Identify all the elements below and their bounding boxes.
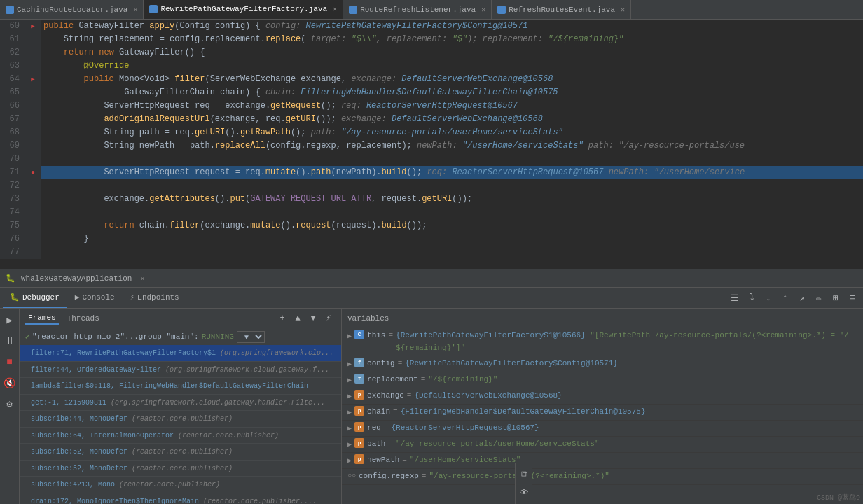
code-line-68: String path = req.getURI().getRawPath();… <box>41 126 863 139</box>
var-item-exchange[interactable]: ▶ p exchange = {DefaultServerWebExchange… <box>342 388 863 405</box>
var-val-exchange: {DefaultServerWebExchange@10568} <box>414 390 857 402</box>
code-line-75: return chain.filter(exchange.mutate().re… <box>41 219 863 232</box>
console-label: Console <box>82 293 114 302</box>
tab-close-refresh[interactable]: ✕ <box>621 6 625 14</box>
frame-item-1[interactable]: filter:44, OrderedGatewayFilter (org.spr… <box>20 362 341 379</box>
code-content: public GatewayFilter apply(Config config… <box>41 20 863 269</box>
frames-down-btn[interactable]: ▼ <box>306 312 320 326</box>
var-eq-newpath: = <box>402 454 407 467</box>
pause-btn[interactable]: ⏸ <box>1 332 18 349</box>
code-line-77 <box>41 246 863 259</box>
frames-tab[interactable]: Frames <box>25 312 59 325</box>
toolbar-btn-frames-table[interactable]: ⊞ <box>828 290 843 306</box>
frames-filter-btn[interactable]: ⚡ <box>322 312 336 326</box>
frame-class-5: (reactor.core.publisher) <box>178 432 279 440</box>
frame-item-8[interactable]: subscribe:4213, Mono (reactor.core.publi… <box>20 477 341 493</box>
tab-console[interactable]: ▶ Console <box>68 288 122 308</box>
tab-debugger[interactable]: 🐛 Debugger <box>3 288 67 308</box>
code-line-74 <box>41 206 863 219</box>
mute-btn[interactable]: 🔇 <box>1 374 18 391</box>
var-icon-p-newpath: p <box>354 454 364 464</box>
tab-refresh[interactable]: RefreshRoutesEvent.java ✕ <box>492 0 631 19</box>
tab-rewrite[interactable]: RewritePathGatewayFilterFactory.java ✕ <box>144 0 343 19</box>
var-eq-config: = <box>398 358 403 370</box>
var-item-replacement[interactable]: ▶ f replacement = "/${remaining}" <box>342 372 863 388</box>
threads-tab[interactable]: Threads <box>64 313 102 324</box>
tab-caching[interactable]: CachingRouteLocator.java ✕ <box>0 0 144 19</box>
debugger-label: Debugger <box>22 293 60 302</box>
frame-item-7[interactable]: subscribe:52, MonoDefer (reactor.core.pu… <box>20 461 341 477</box>
var-icon-p-req: p <box>354 422 364 432</box>
var-item-this[interactable]: ▶ C this = {RewritePathGatewayFilterFact… <box>342 328 863 356</box>
expand-arrow-path[interactable]: ▶ <box>347 440 352 451</box>
expand-arrow-exchange[interactable]: ▶ <box>347 391 352 402</box>
watermark: CSDN @蓝鸟9 <box>817 493 860 503</box>
var-name-req: req <box>367 422 381 435</box>
var-item-path[interactable]: ▶ p path = "/ay-resource-portals/userHom… <box>342 437 863 453</box>
java-icon <box>6 6 14 14</box>
toolbar-btn-eval[interactable]: ✏ <box>811 290 827 306</box>
frame-item-5[interactable]: subscribe:64, InternalMonoOperator (reac… <box>20 428 341 444</box>
frames-header: Frames Threads + ▲ ▼ ⚡ <box>20 309 341 328</box>
debug-bar: 🐛 WhalexGatewayApplication ✕ <box>0 269 863 287</box>
debug-close-btn[interactable]: ✕ <box>140 274 144 283</box>
session-row: ✔ "reactor-http-nio-2"...group "main": R… <box>20 328 341 345</box>
var-item-config-regexp[interactable]: ○○ config.regexp = "/ay-resource-portals… <box>342 469 863 485</box>
frame-item-9[interactable]: drain:172, MonoIgnoreThen$ThenIgnoreMain… <box>20 493 341 505</box>
expand-arrow-config[interactable]: ▶ <box>347 359 352 370</box>
frame-class-1: (org.springframework.cloud.gateway.f... <box>165 366 329 374</box>
stop-btn[interactable]: ■ <box>1 354 18 370</box>
var-item-config[interactable]: ▶ f config = {RewritePathGatewayFilterFa… <box>342 356 863 372</box>
expand-arrow-req[interactable]: ▶ <box>347 424 352 435</box>
var-item-chain[interactable]: ▶ p chain = {FilteringWebHandler$Default… <box>342 405 863 421</box>
frames-up-btn[interactable]: ▲ <box>291 312 305 326</box>
var-name-path: path <box>367 438 385 451</box>
tab-close-route[interactable]: ✕ <box>481 6 485 14</box>
expand-arrow-chain[interactable]: ▶ <box>347 407 352 419</box>
line-gutter-area: 60 61 62 63 64 65 66 67 68 69 70 71 72 7… <box>0 20 41 269</box>
var-icon-p-path: p <box>354 438 364 448</box>
line-numbers: 60 61 62 63 64 65 66 67 68 69 70 71 72 7… <box>0 20 25 259</box>
expand-arrow-this[interactable]: ▶ <box>347 331 352 342</box>
frame-item-0[interactable]: filter:71, RewritePathGatewayFilterFacto… <box>20 345 341 362</box>
variables-title: Variables <box>347 314 389 323</box>
toolbar-btn-step-out[interactable]: ↑ <box>778 290 793 306</box>
toolbar-btn-step-over[interactable]: ⤵ <box>744 290 759 306</box>
resume-btn[interactable]: ▶ <box>1 312 18 328</box>
var-eq-exchange: = <box>407 390 412 402</box>
frame-item-2[interactable]: lambda$filter$0:118, FilteringWebHandler… <box>20 378 341 395</box>
frame-loc-7: subscribe:52, MonoDefer <box>31 465 132 472</box>
frames-controls: + ▲ ▼ ⚡ <box>275 312 336 326</box>
var-item-newpath[interactable]: ▶ p newPath = "/userHome/serviceStats" <box>342 453 863 469</box>
variables-panel: Variables ▶ C this = {RewritePathGateway… <box>342 309 863 504</box>
expand-arrow-replacement[interactable]: ▶ <box>347 375 352 386</box>
left-toolbar: ▶ ⏸ ■ 🔇 ⚙ <box>0 309 20 504</box>
toolbar-btn-settings[interactable]: ≡ <box>845 290 860 306</box>
var-val-replacement: "/${remaining}" <box>428 374 857 386</box>
var-name-newpath: newPath <box>367 454 399 467</box>
session-select[interactable]: ▼ <box>237 331 265 343</box>
frames-add-btn[interactable]: + <box>275 312 289 326</box>
var-item-req[interactable]: ▶ p req = {ReactorServerHttpRequest@1056… <box>342 421 863 437</box>
frame-item-6[interactable]: subscribe:52, MonoDefer (reactor.core.pu… <box>20 444 341 461</box>
tab-close-rewrite[interactable]: ✕ <box>333 5 337 13</box>
var-eq-path: = <box>388 438 393 451</box>
var-val-config: {RewritePathGatewayFilterFactory$Config@… <box>405 358 857 370</box>
toolbar-btn-run-to-cursor[interactable]: ↗ <box>794 290 810 306</box>
var-name-config: config <box>367 358 395 370</box>
settings-btn[interactable]: ⚙ <box>1 396 18 412</box>
toolbar-btn-list[interactable]: ☰ <box>727 290 743 306</box>
toolbar-btn-step-into[interactable]: ↓ <box>761 290 776 306</box>
tab-endpoints[interactable]: ⚡ Endpoints <box>123 288 186 308</box>
var-icon-p-chain: p <box>354 406 364 416</box>
code-line-69: String newPath = path.replaceAll(config.… <box>41 139 863 153</box>
tab-close-caching[interactable]: ✕ <box>133 6 137 14</box>
frame-item-4[interactable]: subscribe:44, MonoDefer (reactor.core.pu… <box>20 411 341 428</box>
frame-class-6: (reactor.core.publisher) <box>132 448 233 456</box>
expand-arrow-newpath[interactable]: ▶ <box>347 456 352 467</box>
tab-route[interactable]: RouteRefreshListener.java ✕ <box>343 0 492 19</box>
frame-loc-1: filter:44, OrderedGatewayFilter <box>31 366 165 374</box>
code-line-65: GatewayFilterChain chain) { chain: Filte… <box>41 86 863 99</box>
frame-item-3[interactable]: get:-1, 1215909811 (org.springframework.… <box>20 395 341 412</box>
editor: 60 61 62 63 64 65 66 67 68 69 70 71 72 7… <box>0 20 863 269</box>
